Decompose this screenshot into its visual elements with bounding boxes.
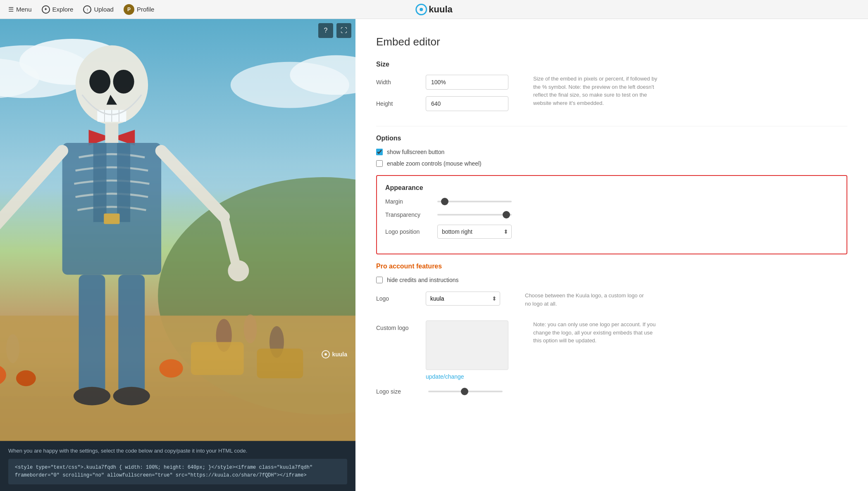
svg-rect-35 (191, 342, 244, 375)
main-content: ? ⛶ kuula When you are happy with the se… (0, 19, 868, 491)
appearance-box: Appearance Margin Transparency Logo posi… (376, 175, 847, 254)
logo-select[interactable]: kuula custom none (426, 292, 500, 306)
appearance-title: Appearance (385, 184, 838, 192)
logo-note: Choose between the Kuula logo, a custom … (525, 292, 649, 312)
svg-point-26 (228, 260, 249, 281)
upload-label: Upload (94, 6, 114, 13)
logo-row: Logo kuula custom none Choose between th… (376, 292, 847, 312)
size-section-label: Size (376, 61, 847, 68)
margin-slider-track[interactable] (437, 201, 512, 202)
height-input[interactable] (426, 96, 508, 111)
menu-label: Menu (16, 6, 32, 13)
transparency-label: Transparency (385, 211, 431, 218)
show-fullscreen-checkbox[interactable] (376, 149, 383, 155)
site-logo: kuula (415, 4, 452, 15)
kuula-watermark: kuula (322, 350, 347, 358)
margin-label: Margin (385, 198, 431, 205)
pro-features-title: Pro account features (376, 263, 847, 270)
width-input[interactable] (426, 75, 508, 90)
logo-icon (415, 4, 427, 15)
profile-nav-item[interactable]: P Profile (124, 4, 155, 15)
hide-credits-row: hide credits and instructions (376, 277, 847, 283)
svg-point-34 (6, 334, 19, 363)
options-section-label: Options (376, 135, 847, 142)
svg-rect-18 (93, 143, 107, 222)
logo-label: Logo (376, 295, 417, 302)
enable-zoom-label[interactable]: enable zoom controls (mouse wheel) (387, 160, 482, 167)
svg-rect-36 (257, 349, 303, 378)
upload-nav-item[interactable]: ↑ Upload (83, 5, 114, 14)
logo-size-slider-track[interactable] (428, 391, 503, 392)
transparency-slider-row: Transparency (385, 211, 838, 218)
viewer-image: ? ⛶ kuula (0, 19, 355, 441)
svg-rect-16 (105, 123, 118, 143)
logo-field-row: Logo kuula custom none (376, 292, 500, 306)
svg-point-32 (244, 314, 257, 343)
upload-icon: ↑ (83, 5, 91, 14)
svg-rect-27 (79, 275, 105, 393)
viewer-controls: ? ⛶ (318, 23, 351, 38)
logo-position-select-wrapper: top left top right bottom left bottom ri… (437, 225, 512, 239)
logo-position-row: Logo position top left top right bottom … (385, 225, 838, 239)
custom-logo-row: Custom logo update/change Note: you can … (376, 320, 847, 380)
embed-code-block[interactable]: <style type="text/css">.kuula7fqdh { wid… (8, 459, 347, 484)
code-hint: When you are happy with the settings, se… (8, 448, 347, 454)
explore-nav-item[interactable]: ✦ Explore (42, 5, 74, 14)
menu-nav-item[interactable]: ☰ Menu (8, 6, 32, 13)
fullscreen-button[interactable]: ⛶ (336, 23, 351, 38)
skeleton-svg (0, 19, 355, 441)
svg-rect-20 (104, 213, 119, 224)
transparency-slider-track[interactable] (437, 214, 512, 216)
logo-size-row: Logo size (376, 388, 847, 395)
avatar: P (124, 4, 134, 15)
profile-label: Profile (137, 6, 155, 13)
svg-point-29 (74, 387, 110, 406)
svg-rect-28 (118, 275, 145, 393)
width-field-row: Width (376, 75, 508, 90)
size-note: Size of the embed in pixels or percent, … (533, 75, 657, 118)
explore-icon: ✦ (42, 5, 50, 14)
explore-label: Explore (52, 6, 74, 13)
svg-rect-7 (0, 315, 355, 441)
transparency-slider-thumb[interactable] (503, 211, 510, 218)
svg-point-38 (16, 370, 36, 386)
custom-logo-note: Note: you can only use one logo per acco… (533, 320, 657, 345)
width-label: Width (376, 79, 417, 85)
enable-zoom-checkbox[interactable] (376, 160, 383, 167)
watermark-text: kuula (332, 351, 347, 358)
height-field-row: Height (376, 96, 508, 111)
watermark-icon (322, 350, 330, 358)
hide-credits-checkbox[interactable] (376, 277, 383, 283)
custom-logo-label: Custom logo (376, 325, 417, 331)
logo-size-slider-thumb[interactable] (461, 388, 468, 395)
show-fullscreen-row: show fullscreen button (376, 149, 847, 155)
code-section: When you are happy with the settings, se… (0, 441, 355, 491)
margin-slider-row: Margin (385, 198, 838, 205)
options-section: Options show fullscreen button enable zo… (376, 135, 847, 167)
hide-credits-label[interactable]: hide credits and instructions (387, 277, 459, 283)
enable-zoom-row: enable zoom controls (mouse wheel) (376, 160, 847, 167)
logo-text: kuula (429, 4, 452, 15)
custom-logo-area (426, 320, 508, 370)
height-label: Height (376, 100, 417, 107)
logo-size-label: Logo size (376, 388, 422, 395)
svg-point-39 (159, 359, 183, 378)
editor-panel: Embed editor Size Width Height Size of t… (355, 19, 868, 491)
help-icon: ? (324, 27, 328, 34)
fullscreen-icon: ⛶ (341, 27, 347, 34)
update-change-link[interactable]: update/change (426, 373, 508, 380)
margin-slider-thumb[interactable] (441, 198, 448, 205)
svg-point-30 (113, 387, 150, 406)
logo-position-select[interactable]: top left top right bottom left bottom ri… (437, 225, 512, 239)
svg-rect-19 (117, 143, 130, 222)
navbar: ☰ Menu ✦ Explore ↑ Upload P Profile kuul… (0, 0, 868, 19)
help-button[interactable]: ? (318, 23, 333, 38)
viewer-panel: ? ⛶ kuula When you are happy with the se… (0, 19, 355, 491)
logo-select-wrapper: kuula custom none (426, 292, 500, 306)
svg-rect-17 (62, 143, 161, 275)
show-fullscreen-label[interactable]: show fullscreen button (387, 149, 444, 155)
logo-position-label: Logo position (385, 228, 431, 235)
svg-point-9 (89, 70, 110, 93)
editor-title: Embed editor (376, 36, 847, 48)
svg-point-10 (113, 70, 134, 93)
